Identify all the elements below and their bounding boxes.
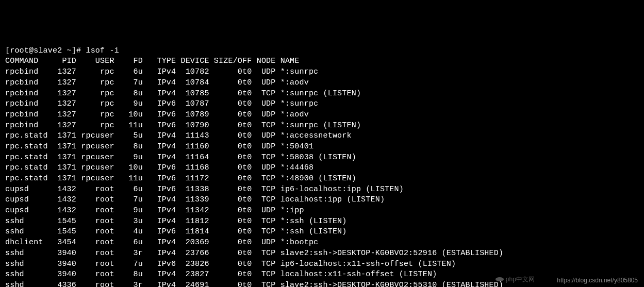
- csdn-watermark: https://blog.csdn.net/y805805: [557, 277, 638, 284]
- lsof-table: COMMAND PID USER FD TYPE DEVICE SIZE/OFF…: [5, 57, 503, 287]
- php-watermark-text: php中文网: [506, 275, 535, 284]
- shell-prompt[interactable]: [root@slave2 ~]# lsof -i: [5, 46, 119, 55]
- terminal-output: [root@slave2 ~]# lsof -i COMMAND PID USE…: [5, 46, 639, 287]
- php-watermark: php中文网: [495, 275, 535, 284]
- svg-point-0: [496, 277, 504, 281]
- watermark: php中文网 https://blog.csdn.net/y805805: [495, 275, 638, 285]
